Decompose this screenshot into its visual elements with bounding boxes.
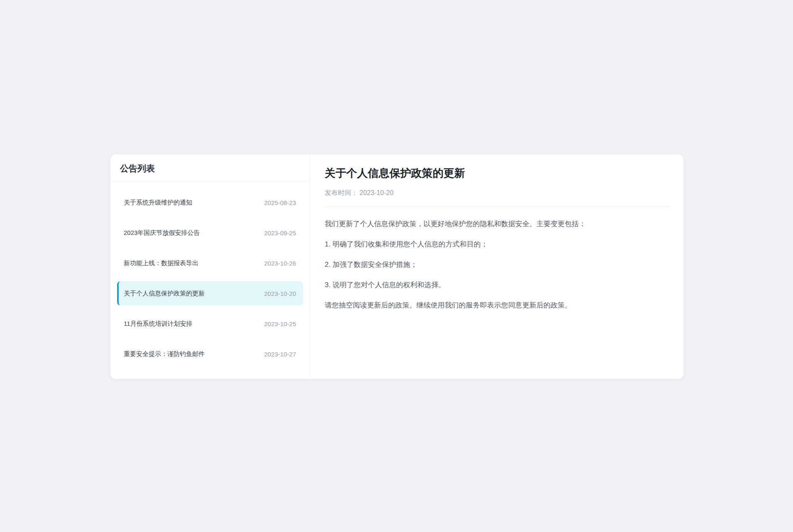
announcement-item-date: 2025-08-23 (264, 199, 296, 206)
list-title: 公告列表 (120, 164, 300, 173)
announcement-list-item[interactable]: 新功能上线：数据报表导出 2023-10-26 (117, 251, 303, 275)
announcement-paragraph: 1. 明确了我们收集和使用您个人信息的方式和目的； (325, 239, 670, 249)
announcement-body: 我们更新了个人信息保护政策，以更好地保护您的隐私和数据安全。主要变更包括：1. … (325, 219, 670, 310)
announcement-list-item[interactable]: 2023年国庆节放假安排公告 2023-09-25 (117, 221, 303, 245)
publish-time-line: 发布时间：2023-10-20 (325, 190, 670, 196)
announcement-item-title: 新功能上线：数据报表导出 (124, 259, 198, 267)
announcement-list-panel: 公告列表 关于系统升级维护的通知 2025-08-23 2023年国庆节放假安排… (110, 154, 310, 379)
detail-divider (325, 206, 670, 207)
announcement-item-title: 11月份系统培训计划安排 (124, 320, 193, 328)
list-header: 公告列表 (110, 154, 310, 182)
announcement-list-item[interactable]: 重要安全提示：谨防钓鱼邮件 2023-10-27 (117, 342, 303, 366)
announcement-list-item[interactable]: 关于系统升级维护的通知 2025-08-23 (117, 190, 303, 215)
detail-title: 关于个人信息保护政策的更新 (325, 167, 670, 180)
announcement-paragraph: 2. 加强了数据安全保护措施； (325, 259, 670, 270)
announcement-item-title: 关于个人信息保护政策的更新 (124, 290, 205, 298)
announcement-detail-panel: 关于个人信息保护政策的更新 发布时间：2023-10-20 我们更新了个人信息保… (310, 154, 683, 379)
announcement-item-date: 2023-10-20 (264, 290, 296, 297)
announcement-item-date: 2023-10-25 (264, 320, 296, 327)
announcement-list-item[interactable]: 关于个人信息保护政策的更新 2023-10-20 (117, 281, 303, 305)
announcement-list-item[interactable]: 11月份系统培训计划安排 2023-10-25 (117, 312, 303, 336)
announcement-paragraph: 我们更新了个人信息保护政策，以更好地保护您的隐私和数据安全。主要变更包括： (325, 219, 670, 229)
announcement-item-title: 重要安全提示：谨防钓鱼邮件 (124, 350, 205, 358)
announcement-card: 公告列表 关于系统升级维护的通知 2025-08-23 2023年国庆节放假安排… (110, 154, 683, 379)
announcement-paragraph: 3. 说明了您对个人信息的权利和选择。 (325, 280, 670, 290)
announcement-paragraph: 请您抽空阅读更新后的政策。继续使用我们的服务即表示您同意更新后的政策。 (325, 300, 670, 310)
announcement-item-date: 2023-10-27 (264, 351, 296, 358)
announcement-item-date: 2023-09-25 (264, 229, 296, 237)
announcement-list: 关于系统升级维护的通知 2025-08-23 2023年国庆节放假安排公告 20… (110, 182, 310, 372)
announcement-item-date: 2023-10-26 (264, 260, 296, 267)
announcement-item-title: 关于系统升级维护的通知 (124, 199, 192, 207)
publish-time-label: 发布时间： (325, 189, 358, 196)
announcement-item-title: 2023年国庆节放假安排公告 (124, 229, 200, 237)
publish-time-value: 2023-10-20 (360, 189, 394, 196)
